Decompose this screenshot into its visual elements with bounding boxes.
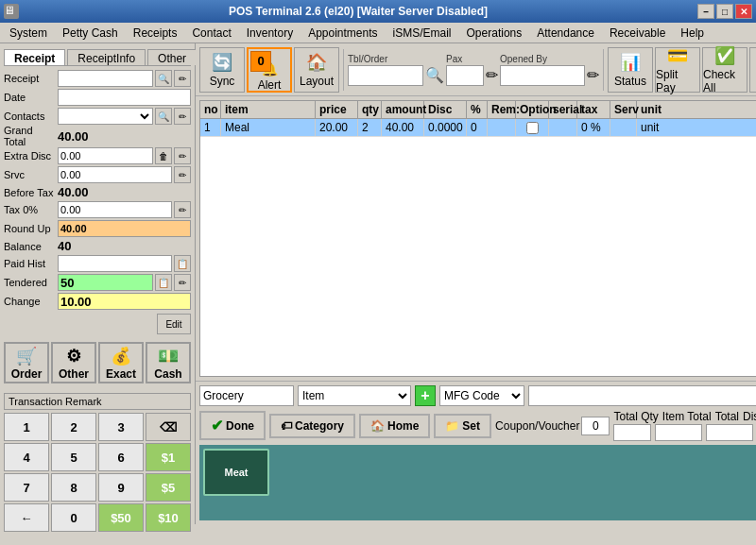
category-meat[interactable]: Meat [203, 449, 269, 496]
contacts-edit-icon[interactable]: ✏ [174, 108, 191, 125]
alert-button[interactable]: 0 🔔 Alert [247, 47, 292, 93]
opened-by-input[interactable] [500, 65, 585, 86]
srvc-edit-icon[interactable]: ✏ [174, 166, 191, 183]
contacts-search-icon[interactable]: 🔍 [155, 108, 172, 125]
summary-labels: Total Qty Item Total Total Discount [613, 410, 756, 441]
status-button[interactable]: 📊 Status [608, 47, 653, 93]
num-9[interactable]: 9 [98, 473, 144, 502]
num-8[interactable]: 8 [51, 473, 96, 502]
menu-system[interactable]: System [2, 25, 55, 42]
pax-input[interactable] [446, 65, 484, 86]
round-up-input[interactable] [58, 220, 191, 237]
extra-disc-edit-icon[interactable]: ✏ [174, 147, 191, 164]
num-1dollar[interactable]: $1 [146, 443, 191, 471]
option-checkbox[interactable] [526, 122, 539, 134]
window-controls[interactable]: – □ ✕ [697, 4, 752, 19]
edit-button[interactable]: Edit [157, 314, 191, 334]
contacts-select[interactable] [58, 108, 153, 125]
paid-hist-input[interactable] [58, 255, 172, 272]
coupon-label: Coupon/Voucher [495, 419, 579, 433]
num-7[interactable]: 7 [4, 473, 49, 502]
num-backspace[interactable]: ⌫ [146, 413, 191, 441]
extra-disc-input[interactable] [58, 147, 153, 164]
grand-total-value: 40.00 [58, 129, 89, 144]
num-3[interactable]: 3 [98, 413, 144, 441]
add-item-button[interactable]: + [415, 385, 436, 406]
num-5[interactable]: 5 [51, 443, 96, 471]
item-total-input[interactable] [655, 424, 702, 441]
minimize-button[interactable]: – [697, 4, 714, 19]
exact-button[interactable]: 💰 Exact [98, 342, 144, 383]
menu-receivable[interactable]: Receivable [602, 25, 673, 42]
date-input[interactable] [58, 89, 191, 106]
opened-by-group: Opened By ✏ [500, 54, 599, 86]
num-50dollar[interactable]: $50 [98, 503, 144, 532]
other-label: Other [59, 367, 89, 381]
layout-button[interactable]: 🏠 Layout [294, 47, 339, 93]
num-10dollar[interactable]: $10 [146, 503, 191, 532]
tax-edit-icon[interactable]: ✏ [174, 201, 191, 218]
change-row: Change [4, 293, 191, 310]
tendered-edit-icon[interactable]: ✏ [174, 274, 191, 291]
other-button[interactable]: ⚙ Other [51, 342, 96, 383]
tbl-order-input[interactable] [348, 65, 423, 86]
split-pay-button[interactable]: 💳 Split Pay [655, 47, 700, 93]
change-input[interactable] [58, 293, 191, 310]
num-0[interactable]: 0 [51, 503, 96, 532]
pax-icon: ✏ [486, 66, 498, 84]
menu-isms[interactable]: iSMS/Email [386, 25, 459, 42]
order-button[interactable]: 🛒 Order [4, 342, 49, 383]
total-input[interactable] [706, 424, 753, 441]
check-all-button[interactable]: ✅ Check All [702, 47, 747, 93]
new-button[interactable]: 💲 New [749, 47, 756, 93]
receipt-search-icon[interactable]: 🔍 [155, 70, 172, 87]
set-button[interactable]: 📁 Set [434, 414, 491, 438]
item-select[interactable]: Item [298, 385, 411, 406]
sync-button[interactable]: 🔄 Sync [199, 47, 245, 93]
menu-attendance[interactable]: Attendance [529, 25, 602, 42]
th-qty: qty [358, 101, 382, 118]
menu-inventory[interactable]: Inventory [239, 25, 301, 42]
receipt-edit-icon[interactable]: ✏ [174, 70, 191, 87]
num-2[interactable]: 2 [51, 413, 96, 441]
menu-help[interactable]: Help [673, 25, 712, 42]
category-button[interactable]: 🏷 Category [269, 414, 355, 438]
cash-button[interactable]: 💵 Cash [146, 342, 191, 383]
menu-petty-cash[interactable]: Petty Cash [55, 25, 126, 42]
tab-receipt-info[interactable]: ReceiptInfo [67, 49, 146, 65]
tendered-copy-icon[interactable]: 📋 [155, 274, 172, 291]
td-option [516, 119, 549, 136]
menu-receipts[interactable]: Receipts [126, 25, 185, 42]
tab-other[interactable]: Other [147, 49, 197, 65]
contacts-row: Contacts 🔍 ✏ [4, 108, 191, 125]
srvc-input[interactable] [58, 166, 172, 183]
tab-receipt[interactable]: Receipt [4, 49, 65, 65]
num-4[interactable]: 4 [4, 443, 49, 471]
grocery-input[interactable] [199, 385, 294, 406]
home-button[interactable]: 🏠 Home [359, 414, 430, 438]
barcode-input[interactable] [528, 385, 756, 406]
close-button[interactable]: ✕ [735, 4, 752, 19]
tendered-input[interactable] [58, 274, 153, 291]
done-button[interactable]: ✔ Done [199, 411, 266, 440]
mfg-select[interactable]: MFG Code [439, 385, 524, 406]
paid-hist-copy-icon[interactable]: 📋 [174, 255, 191, 272]
num-1[interactable]: 1 [4, 413, 49, 441]
menu-contact[interactable]: Contact [184, 25, 238, 42]
coupon-area: Coupon/Voucher [495, 417, 610, 435]
maximize-button[interactable]: □ [716, 4, 733, 19]
tax-input[interactable] [58, 201, 172, 218]
num-5dollar[interactable]: $5 [146, 473, 191, 502]
num-left-arrow[interactable]: ← [4, 503, 49, 532]
total-qty-input[interactable] [613, 424, 651, 441]
tendered-row: Tendered 📋 ✏ [4, 274, 191, 291]
menu-appointments[interactable]: Appointments [301, 25, 385, 42]
extra-disc-delete-icon[interactable]: 🗑 [155, 147, 172, 164]
num-6[interactable]: 6 [98, 443, 144, 471]
sync-label: Sync [210, 75, 235, 88]
menu-operations[interactable]: Operations [459, 25, 530, 42]
split-pay-label: Split Pay [656, 68, 699, 94]
receipt-input[interactable] [58, 70, 153, 87]
table-row[interactable]: 1 Meal 20.00 2 40.00 0.0000 0 0 % unit [200, 119, 756, 137]
coupon-input[interactable] [581, 417, 610, 435]
